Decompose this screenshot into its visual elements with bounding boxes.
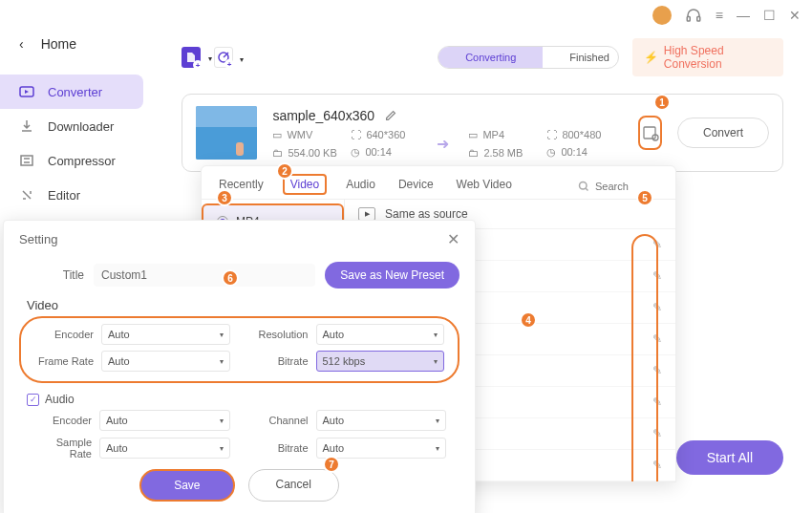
tab-webvideo[interactable]: Web Video — [453, 174, 516, 199]
chevron-down-icon: ▾ — [220, 357, 224, 366]
step-badge-2: 2 — [276, 162, 293, 180]
dst-size: 2.58 MB — [483, 147, 523, 159]
status-segmented: Converting Finished — [438, 46, 619, 69]
samplerate-select[interactable]: Auto▾ — [99, 438, 230, 459]
bolt-icon: ⚡ — [644, 51, 658, 64]
resolution-label: Resolution — [249, 329, 309, 340]
chevron-down-icon[interactable]: ▾ — [208, 54, 212, 63]
svg-rect-7 — [644, 127, 655, 139]
audio-label: Audio — [45, 393, 75, 406]
video-thumbnail[interactable] — [196, 106, 257, 160]
chevron-down-icon: ▾ — [220, 417, 224, 425]
tab-audio[interactable]: Audio — [342, 174, 379, 199]
chevron-down-icon: ▾ — [434, 331, 438, 339]
src-dur: 00:14 — [365, 146, 392, 158]
same-as-source-label: Same as source — [385, 207, 468, 221]
edit-icon[interactable]: ✎ — [652, 332, 662, 346]
plus-icon: + — [224, 59, 234, 69]
hsc-label: High Speed Conversion — [664, 44, 772, 71]
seg-finished[interactable]: Finished — [543, 47, 619, 68]
step-badge-4: 4 — [520, 311, 537, 329]
dialog-title: Setting — [19, 232, 57, 246]
audio-checkbox[interactable]: ✓ — [27, 394, 39, 406]
audio-encoder-select[interactable]: Auto▾ — [99, 410, 230, 431]
framerate-select[interactable]: Auto▾ — [101, 351, 230, 372]
file-info: sample_640x360 ▭WMV 🗀554.00 KB ⛶640*360 … — [272, 108, 613, 159]
tab-device[interactable]: Device — [395, 174, 438, 199]
converter-icon — [19, 84, 34, 99]
edit-icon[interactable]: ✎ — [652, 427, 662, 440]
compressor-icon — [19, 153, 34, 168]
video-settings-group: Encoder Auto▾ Resolution Auto▾ Frame Rat… — [19, 316, 459, 383]
add-url-button[interactable]: + ▾ — [214, 47, 233, 68]
encoder-label: Encoder — [34, 329, 94, 340]
dst-format: MP4 — [482, 129, 504, 140]
chevron-down-icon: ▾ — [220, 331, 224, 339]
audio-bitrate-label: Bitrate — [249, 442, 309, 454]
clock-icon: ◷ — [546, 146, 556, 159]
video-bitrate-select[interactable]: 512 kbps▾ — [316, 351, 445, 372]
sidebar-item-label: Editor — [48, 188, 80, 203]
clock-icon: ◷ — [351, 146, 360, 159]
channel-select[interactable]: Auto▾ — [316, 410, 447, 431]
folder-icon: 🗀 — [272, 147, 283, 159]
seg-converting[interactable]: Converting — [438, 47, 543, 68]
back-label: Home — [41, 36, 76, 52]
chevron-down-icon: ▾ — [220, 444, 224, 453]
video-encoder-select[interactable]: Auto▾ — [101, 324, 230, 345]
framerate-label: Frame Rate — [34, 355, 94, 367]
crop-icon: ⛶ — [351, 129, 361, 140]
edit-icon[interactable]: ✎ — [652, 364, 662, 377]
save-button[interactable]: Save — [139, 469, 234, 502]
src-size: 554.00 KB — [288, 147, 336, 159]
sidebar-item-label: Converter — [48, 85, 102, 99]
edit-icon[interactable]: ✎ — [652, 395, 662, 409]
bitrate-label: Bitrate — [249, 355, 309, 367]
sidebar-item-compressor[interactable]: Compressor — [0, 143, 153, 178]
save-preset-button[interactable]: Save as New Preset — [325, 262, 459, 289]
samplerate-label: Sample Rate — [32, 437, 92, 460]
arrow-right-icon: ➜ — [437, 135, 449, 153]
preview-icon: ▶ — [358, 207, 375, 221]
video-icon: ▭ — [272, 129, 282, 141]
edit-icon[interactable]: ✎ — [652, 269, 662, 283]
resolution-select[interactable]: Auto▾ — [316, 324, 445, 345]
dst-res: 800*480 — [562, 129, 601, 140]
svg-rect-3 — [21, 156, 32, 165]
audio-bitrate-select[interactable]: Auto▾ — [316, 438, 447, 459]
add-file-button[interactable]: + ▾ — [182, 47, 201, 68]
dst-dur: 00:14 — [561, 146, 588, 158]
video-icon: ▭ — [468, 129, 478, 141]
edit-icon[interactable]: ✎ — [652, 301, 662, 314]
step-badge-1: 1 — [653, 94, 671, 111]
sidebar-item-downloader[interactable]: Downloader — [0, 109, 153, 143]
sidebar-item-converter[interactable]: Converter — [0, 75, 143, 109]
svg-point-9 — [580, 182, 588, 190]
sidebar-item-label: Downloader — [48, 119, 114, 134]
edit-icon[interactable]: ✎ — [652, 459, 662, 472]
edit-icon[interactable]: ✎ — [652, 238, 662, 251]
chevron-down-icon[interactable]: ▾ — [240, 55, 244, 64]
cancel-button[interactable]: Cancel — [248, 469, 339, 502]
file-name: sample_640x360 — [272, 108, 374, 123]
download-icon — [19, 118, 34, 134]
step-badge-7: 7 — [323, 456, 340, 473]
audio-encoder-label: Encoder — [32, 415, 92, 426]
close-dialog-icon[interactable]: ✕ — [447, 230, 459, 248]
title-label: Title — [19, 268, 84, 282]
editor-icon — [19, 187, 34, 203]
title-input[interactable] — [94, 264, 315, 287]
back-home[interactable]: ‹ Home — [0, 29, 153, 59]
sidebar-item-editor[interactable]: Editor — [0, 178, 153, 212]
edit-name-icon[interactable] — [384, 109, 397, 122]
channel-label: Channel — [249, 415, 309, 426]
chevron-left-icon: ‹ — [19, 36, 24, 52]
chevron-down-icon: ▾ — [436, 417, 439, 425]
output-settings-button[interactable] — [638, 116, 662, 150]
convert-button[interactable]: Convert — [677, 118, 769, 148]
start-all-button[interactable]: Start All — [676, 440, 783, 475]
settings-dialog: Setting ✕ Title Save as New Preset Video… — [3, 220, 476, 513]
format-tabs: Recently Video Audio Device Web Video — [202, 166, 675, 200]
step-badge-6: 6 — [222, 269, 239, 287]
high-speed-button[interactable]: ⚡ High Speed Conversion — [632, 38, 783, 76]
